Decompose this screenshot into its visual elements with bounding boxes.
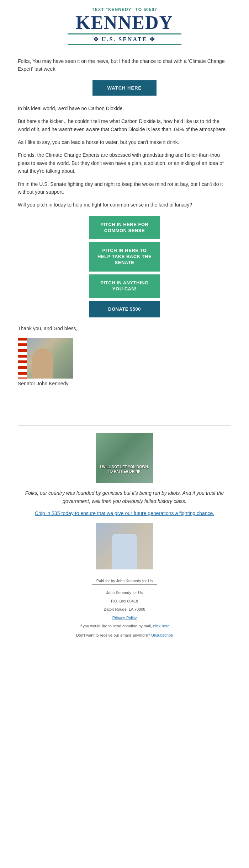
intro-paragraph: Folks, You may have seen it on the news,…	[18, 57, 231, 73]
click-here-link[interactable]: click here	[153, 624, 169, 628]
mail-donation-text: If you would like to send donation by ma…	[18, 623, 231, 629]
email-wrapper: TEXT "KENNEDY" TO 60507 KENNEDY ✤ U.S. S…	[0, 0, 249, 644]
address-line3: Baton Rouge, LA 70808	[18, 606, 231, 613]
paid-for-container: Paid for by John Kennedy for Us	[18, 574, 231, 588]
paid-for-box: Paid for by John Kennedy for Us	[92, 577, 157, 585]
privacy-policy-link[interactable]: Privacy Policy	[112, 616, 137, 620]
header-text-top: TEXT "KENNEDY" TO 60507	[14, 7, 235, 12]
thank-you-text: Thank you, and God bless,	[18, 325, 231, 332]
body-paragraph-3: As I like to say, you can lead a horse t…	[18, 138, 231, 146]
bottom-image	[96, 523, 153, 569]
unsubscribe-link[interactable]: Unsubscribe	[151, 633, 173, 637]
body-paragraph-4: Friends, the Climate Change Experts are …	[18, 151, 231, 175]
watch-here-button[interactable]: WATCH HERE	[92, 80, 157, 96]
senator-image	[18, 338, 73, 379]
senator-figure	[32, 348, 53, 379]
bottom-figure	[112, 534, 137, 569]
body-paragraph-6: Will you pitch in today to help me fight…	[18, 201, 231, 209]
address-line2: P.O. Box 80418	[18, 598, 231, 605]
senator-name: Senator John Kennedy	[18, 381, 231, 386]
kennedy-footer-image: I WILL NOT LET YOU DOWN. I'D RATHER DRIN…	[96, 433, 153, 483]
footer-quote: Folks, our country was founded by genius…	[18, 489, 231, 505]
body-paragraph-1: In his ideal world, we'd have no Carbon …	[18, 105, 231, 112]
header-senate: ✤ U.S. SENATE ✤	[68, 36, 181, 43]
spacer	[18, 390, 231, 404]
header-underline: ✤ U.S. SENATE ✤	[68, 33, 181, 45]
chip-in-link[interactable]: Chip in $35 today to ensure that we give…	[18, 510, 231, 516]
body-paragraph-2: But here's the kicker... he couldn't tel…	[18, 117, 231, 133]
address-line1: John Kennedy for Us	[18, 590, 231, 596]
mail-text: If you would like to send donation by ma…	[79, 624, 152, 628]
main-content: Folks, You may have seen it on the news,…	[0, 50, 249, 425]
donate-500-button[interactable]: DONATE $500	[89, 301, 160, 317]
flag-decoration	[18, 338, 27, 379]
email-header: TEXT "KENNEDY" TO 60507 KENNEDY ✤ U.S. S…	[0, 0, 249, 50]
pitch-in-take-back-senate-button[interactable]: PITCH IN HERE TO HELP TAKE BACK THE SENA…	[89, 242, 160, 272]
body-paragraph-5: I'm in the U.S. Senate fighting day and …	[18, 180, 231, 196]
senator-image-container	[18, 338, 231, 379]
privacy-policy-text: Privacy Policy	[18, 615, 231, 621]
cta-section: PITCH IN HERE FOR COMMON SENSE PITCH IN …	[18, 216, 231, 317]
bottom-image-container	[18, 523, 231, 570]
pitch-in-anything-button[interactable]: PITCH IN ANYTHING YOU CAN!	[89, 274, 160, 298]
footer-image-overlay-text: I WILL NOT LET YOU DOWN. I'D RATHER DRIN…	[99, 465, 150, 474]
unsubscribe-text: Don't want to receive our emails anymore…	[18, 633, 231, 637]
spacer-2	[18, 404, 231, 418]
pitch-in-common-sense-button[interactable]: PITCH IN HERE FOR COMMON SENSE	[89, 216, 160, 240]
header-kennedy-name: KENNEDY	[14, 14, 235, 32]
footer-section: I WILL NOT LET YOU DOWN. I'D RATHER DRIN…	[0, 426, 249, 644]
